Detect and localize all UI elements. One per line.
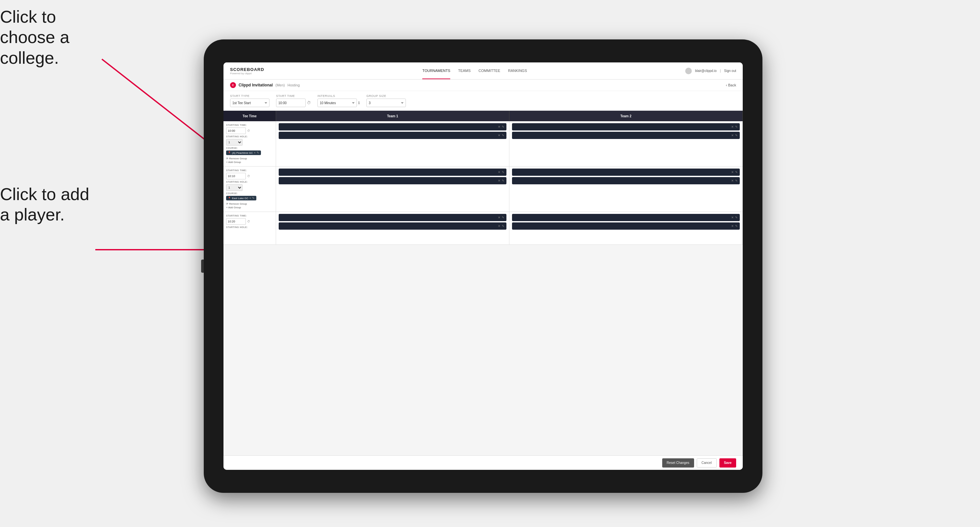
remove-group-1[interactable]: ⟳ Remove Group — [226, 157, 273, 160]
slot-btn-x-1-1[interactable]: ✕ — [498, 125, 501, 129]
slot-btn-r2-x-1-1[interactable]: ✕ — [498, 170, 501, 174]
nav-bar: SCOREBOARD Powered by clippd TOURNAMENTS… — [223, 62, 743, 79]
starting-hole-select-2[interactable]: 1 — [226, 184, 243, 191]
slot-btn-r3-edit-2-1[interactable]: ✎ — [735, 216, 738, 219]
nav-teams[interactable]: TEAMS — [458, 62, 471, 79]
intervals-group: Intervals 10 Minutes ℹ — [317, 94, 360, 107]
starting-time-label-1: STARTING TIME: — [226, 124, 273, 126]
slot-btn-r3-edit-1-2[interactable]: ✎ — [502, 224, 504, 228]
player-slot-r2-2-1[interactable]: ✕ ✎ — [512, 168, 740, 176]
tablet-screen: SCOREBOARD Powered by clippd TOURNAMENTS… — [223, 62, 743, 470]
user-email: blair@clippd.io — [695, 69, 717, 73]
starting-hole-select-1[interactable]: 1 — [226, 139, 243, 146]
team1-cell-2: ✕ ✎ ✕ ✎ — [276, 167, 509, 211]
nav-rankings[interactable]: RANKINGS — [508, 62, 527, 79]
tee-row-3: STARTING TIME: ⏱ STARTING HOLE: ✕ ✎ — [223, 212, 743, 245]
th-team2: Team 2 — [509, 111, 743, 121]
player-slot-r3-1-1[interactable]: ✕ ✎ — [279, 214, 506, 221]
slot-btn-r3-x-1-2[interactable]: ✕ — [498, 224, 501, 228]
tablet-frame: SCOREBOARD Powered by clippd TOURNAMENTS… — [204, 40, 762, 493]
clock-icon-1: ⏱ — [247, 129, 250, 132]
course-edit-1[interactable]: ✎ — [257, 151, 259, 154]
slot-btn-edit-1-2[interactable]: ✎ — [502, 134, 504, 137]
player-slot-r2-1-1[interactable]: ✕ ✎ — [279, 168, 506, 176]
start-type-select[interactable]: 1st Tee Start — [230, 98, 269, 107]
slot-btn-r2-x-2-2[interactable]: ✕ — [731, 179, 734, 183]
player-slot-r2-2-2[interactable]: ✕ ✎ — [512, 177, 740, 184]
slot-btn-edit-1-1[interactable]: ✎ — [502, 125, 504, 129]
slot-btn-r2-x-1-2[interactable]: ✕ — [498, 179, 501, 183]
slot-btn-r3-x-1-1[interactable]: ✕ — [498, 216, 501, 219]
back-link[interactable]: ‹ Back — [726, 83, 736, 87]
th-tee-time: Tee Time — [223, 111, 276, 121]
starting-hole-label-3: STARTING HOLE: — [226, 226, 273, 229]
reset-button[interactable]: Reset Changes — [662, 458, 694, 468]
save-button[interactable]: Save — [719, 458, 736, 468]
group-size-group: Group Size 3 — [366, 94, 406, 107]
slot-btn-x-1-2[interactable]: ✕ — [498, 134, 501, 137]
player-slot-1-2[interactable]: ✕ ✎ — [279, 132, 506, 139]
tee-left-2: STARTING TIME: ⏱ STARTING HOLE: 1 COURSE… — [223, 167, 276, 211]
player-slot-r3-1-2[interactable]: ✕ ✎ — [279, 222, 506, 230]
slot-btn-r3-x-2-1[interactable]: ✕ — [731, 216, 734, 219]
slot-btn-r2-edit-1-1[interactable]: ✎ — [502, 170, 504, 174]
tablet-side-button — [201, 260, 204, 273]
starting-time-input-2[interactable] — [226, 173, 246, 179]
slot-btn-x-2-1[interactable]: ✕ — [731, 125, 734, 129]
course-remove-2[interactable]: × — [250, 197, 251, 200]
team1-cell-3: ✕ ✎ ✕ ✎ — [276, 212, 509, 244]
tournament-title: Clippd Invitational — [239, 83, 273, 87]
tee-left-1: STARTING TIME: ⏱ STARTING HOLE: 1 COURSE… — [223, 121, 276, 166]
course-tag-2[interactable]: 📍 East Lake GC × ✎ — [226, 196, 256, 200]
group-size-select[interactable]: 3 — [366, 98, 406, 107]
intervals-select[interactable]: 10 Minutes — [317, 98, 357, 107]
slot-btn-edit-2-1[interactable]: ✎ — [735, 125, 738, 129]
course-remove-1[interactable]: × — [254, 151, 256, 154]
main-content[interactable]: STARTING TIME: ⏱ STARTING HOLE: 1 COURSE… — [223, 121, 743, 456]
action-links-1: ⟳ Remove Group + Add Group — [226, 157, 273, 163]
player-slot-r2-1-2[interactable]: ✕ ✎ — [279, 177, 506, 184]
add-group-2[interactable]: + Add Group — [226, 206, 273, 209]
nav-user: blair@clippd.io | Sign out — [685, 68, 736, 74]
team2-cell-2: ✕ ✎ ✕ ✎ — [509, 167, 743, 211]
nav-tournaments[interactable]: TOURNAMENTS — [422, 62, 450, 79]
starting-time-input-3[interactable] — [226, 218, 246, 225]
add-group-1[interactable]: + Add Group — [226, 161, 273, 163]
player-slot-2-2[interactable]: ✕ ✎ — [512, 132, 740, 139]
start-type-group: Start Type 1st Tee Start — [230, 94, 269, 107]
nav-brand: SCOREBOARD Powered by clippd — [230, 67, 264, 75]
team2-cell-3: ✕ ✎ ✕ ✎ — [509, 212, 743, 244]
course-edit-2[interactable]: ✎ — [252, 197, 255, 200]
clock-icon-3: ⏱ — [247, 220, 250, 223]
slot-btn-r3-edit-1-1[interactable]: ✎ — [502, 216, 504, 219]
start-type-label: Start Type — [230, 94, 269, 98]
remove-group-2[interactable]: ⟳ Remove Group — [226, 202, 273, 205]
tournament-gender: (Men) — [275, 83, 285, 87]
nav-committee[interactable]: COMMITTEE — [479, 62, 500, 79]
player-slot-1-1[interactable]: ✕ ✎ — [279, 123, 506, 130]
start-time-group: Start Time ⏱ — [276, 94, 311, 107]
course-tag-1[interactable]: 📍 (A) Peachtree GC × ✎ — [226, 151, 261, 155]
player-slot-r3-2-2[interactable]: ✕ ✎ — [512, 222, 740, 230]
team2-cell-1: ✕ ✎ ✕ ✎ — [509, 121, 743, 166]
th-team1: Team 1 — [276, 111, 509, 121]
course-label-2: COURSE: — [226, 192, 273, 195]
cancel-button[interactable]: Cancel — [697, 458, 717, 468]
player-slot-2-1[interactable]: ✕ ✎ — [512, 123, 740, 130]
settings-bar: Start Type 1st Tee Start Start Time ⏱ In… — [223, 91, 743, 111]
clock-icon-2: ⏱ — [247, 175, 250, 178]
start-time-input[interactable] — [276, 98, 305, 107]
slot-btn-r2-x-2-1[interactable]: ✕ — [731, 170, 734, 174]
course-label-1: COURSE: — [226, 147, 273, 149]
sign-out-link[interactable]: Sign out — [724, 69, 736, 73]
slot-btn-r2-edit-1-2[interactable]: ✎ — [502, 179, 504, 183]
slot-btn-r2-edit-2-1[interactable]: ✎ — [735, 170, 738, 174]
starting-hole-label-1: STARTING HOLE: — [226, 135, 273, 138]
slot-btn-edit-2-2[interactable]: ✎ — [735, 134, 738, 137]
slot-btn-r3-edit-2-2[interactable]: ✎ — [735, 224, 738, 228]
slot-btn-x-2-2[interactable]: ✕ — [731, 134, 734, 137]
player-slot-r3-2-1[interactable]: ✕ ✎ — [512, 214, 740, 221]
slot-btn-r2-edit-2-2[interactable]: ✎ — [735, 179, 738, 183]
slot-btn-r3-x-2-2[interactable]: ✕ — [731, 224, 734, 228]
starting-time-input-1[interactable] — [226, 127, 246, 134]
